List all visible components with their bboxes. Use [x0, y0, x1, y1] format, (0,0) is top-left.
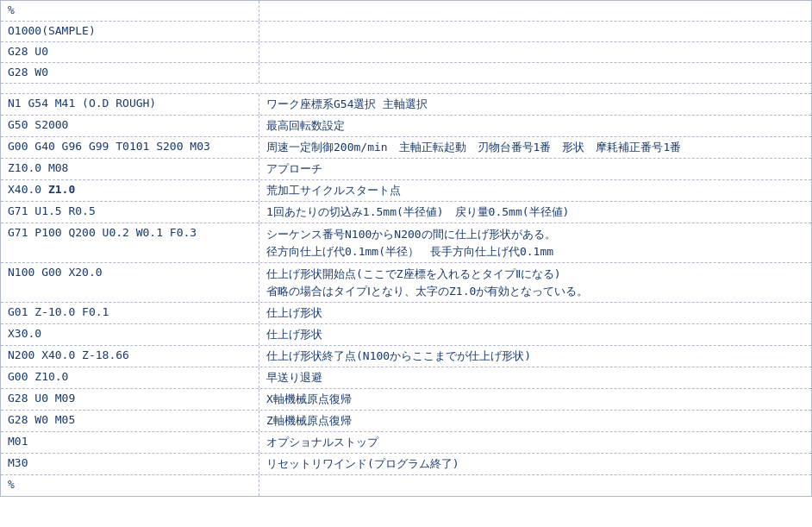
table-row: G00 G40 G96 G99 T0101 S200 M03周速一定制御200m…	[1, 137, 811, 159]
table-row: G28 U0 M09X軸機械原点復帰	[1, 389, 811, 411]
description-cell: シーケンス番号N100からN200の間に仕上げ形状がある。径方向仕上げ代0.1m…	[259, 223, 811, 262]
code-cell: G28 W0	[1, 63, 259, 83]
code-cell: X30.0	[1, 324, 259, 345]
code-cell: N1 G54 M41 (O.D ROUGH)	[1, 94, 259, 115]
description-cell: 周速一定制御200m/min 主軸正転起動 刃物台番号1番 形状 摩耗補正番号1…	[259, 137, 811, 158]
table-row: G28 W0 M05Z軸機械原点復帰	[1, 411, 811, 432]
description-cell	[259, 63, 811, 83]
description-cell: リセットリワインド(プログラム終了)	[259, 454, 811, 474]
code-cell: N200 X40.0 Z-18.66	[1, 346, 259, 367]
table-row: G71 P100 Q200 U0.2 W0.1 F0.3シーケンス番号N100か…	[1, 223, 811, 263]
table-row: %	[1, 1, 811, 22]
table-row: M30リセットリワインド(プログラム終了)	[1, 454, 811, 475]
code-cell: G00 G40 G96 G99 T0101 S200 M03	[1, 137, 259, 158]
code-cell: G28 U0 M09	[1, 389, 259, 410]
code-cell: %	[1, 475, 259, 496]
table-row: G28 U0	[1, 42, 811, 63]
code-cell: N100 G00 X20.0	[1, 263, 259, 302]
code-cell: G50 S2000	[1, 116, 259, 136]
table-row: X30.0仕上げ形状	[1, 324, 811, 346]
code-cell: M30	[1, 454, 259, 474]
code-cell: %	[1, 1, 259, 21]
description-cell	[259, 22, 811, 41]
description-cell: 仕上げ形状	[259, 324, 811, 345]
table-row: N100 G00 X20.0仕上げ形状開始点(ここでZ座標を入れるとタイプⅡにな…	[1, 263, 811, 303]
code-cell: M01	[1, 432, 259, 453]
description-cell: 仕上げ形状	[259, 303, 811, 323]
table-row: %	[1, 475, 811, 496]
code-cell: G28 U0	[1, 42, 259, 62]
table-row: G50 S2000最高回転数設定	[1, 116, 811, 137]
description-cell: 仕上げ形状開始点(ここでZ座標を入れるとタイプⅡになる)省略の場合はタイプⅠとな…	[259, 263, 811, 302]
description-cell: ワーク座標系G54選択 主軸選択	[259, 94, 811, 115]
description-cell	[259, 1, 811, 21]
description-cell: X軸機械原点復帰	[259, 389, 811, 410]
table-row: N1 G54 M41 (O.D ROUGH)ワーク座標系G54選択 主軸選択	[1, 94, 811, 116]
table-row: Z10.0 M08アプローチ	[1, 159, 811, 180]
table-row: G28 W0	[1, 63, 811, 84]
code-cell: G71 P100 Q200 U0.2 W0.1 F0.3	[1, 223, 259, 262]
code-cell: O1000(SAMPLE)	[1, 22, 259, 41]
description-cell: 1回あたりの切込み1.5mm(半径値) 戻り量0.5mm(半径値)	[259, 202, 811, 223]
table-row: G00 Z10.0早送り退避	[1, 367, 811, 389]
code-cell: G01 Z-10.0 F0.1	[1, 303, 259, 323]
description-cell: オプショナルストップ	[259, 432, 811, 453]
description-cell: 最高回転数設定	[259, 116, 811, 136]
description-cell: Z軸機械原点復帰	[259, 411, 811, 431]
description-cell	[259, 475, 811, 496]
description-cell: 早送り退避	[259, 367, 811, 388]
table-row: X40.0 Z1.0荒加工サイクルスタート点	[1, 180, 811, 202]
description-cell: アプローチ	[259, 159, 811, 179]
code-cell: Z10.0 M08	[1, 159, 259, 179]
description-cell: 仕上げ形状終了点(N100からここまでが仕上げ形状)	[259, 346, 811, 367]
code-cell: X40.0 Z1.0	[1, 180, 259, 201]
main-table: %O1000(SAMPLE)G28 U0G28 W0N1 G54 M41 (O.…	[0, 0, 812, 497]
table-row: G01 Z-10.0 F0.1仕上げ形状	[1, 303, 811, 324]
description-cell: 荒加工サイクルスタート点	[259, 180, 811, 201]
code-cell: G00 Z10.0	[1, 367, 259, 388]
table-row: O1000(SAMPLE)	[1, 22, 811, 42]
table-row: G71 U1.5 R0.51回あたりの切込み1.5mm(半径値) 戻り量0.5m…	[1, 202, 811, 223]
table-row	[1, 84, 811, 94]
description-cell	[259, 42, 811, 62]
code-cell: G71 U1.5 R0.5	[1, 202, 259, 223]
code-cell: G28 W0 M05	[1, 411, 259, 431]
table-row: N200 X40.0 Z-18.66仕上げ形状終了点(N100からここまでが仕上…	[1, 346, 811, 367]
table-row: M01オプショナルストップ	[1, 432, 811, 454]
